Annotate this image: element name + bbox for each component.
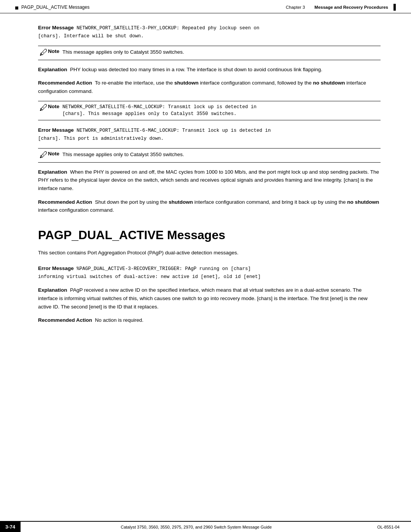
explanation-3-content: PAgP received a new active ID on the spe… [38,287,368,309]
note-inner-3: 🖊 Note This message applies only to Cata… [38,151,184,160]
header-title: Message and Recovery Procedures [314,5,388,10]
error-block-3: Error Message %PAGP_DUAL_ACTIVE-3-RECOVE… [38,265,381,281]
recommended-block-2: Recommended Action Shut down the port by… [38,198,381,214]
recommended-block-3: Recommended Action No action is required… [38,316,381,324]
recommended-2-label: Recommended Action [38,199,92,205]
note-inner-1: 🖊 Note This message applies only to Cata… [38,48,184,58]
error-msg-3-label: Error Message [38,265,74,271]
error-msg-3-text: Error Message %PAGP_DUAL_ACTIVE-3-RECOVE… [38,265,381,281]
header-left-label: PAGP_DUAL_ACTIVE Messages [21,5,89,10]
error-block-2: Error Message NETWORK_PORT_SATELLITE-6-M… [38,126,381,143]
explanation-1-label: Explanation [38,67,67,72]
note-content-3: This message applies only to Catalyst 35… [62,151,184,158]
error-msg-1-text: Error Message NETWORK_PORT_SATELLITE-3-P… [38,24,381,40]
header-bar [393,4,396,11]
header-right: Chapter 3 Message and Recovery Procedure… [286,4,396,11]
explanation-2-text: Explanation When the PHY is powered on a… [38,168,381,193]
footer-doc-id: OL-8551-04 [377,525,400,529]
error-msg-1-label: Error Message [38,25,74,30]
explanation-block-1: Explanation PHY lockup was detected too … [38,66,381,74]
explanation-block-3: Explanation PAgP received a new active I… [38,286,381,311]
note-box-2: 🖊 Note NETWORK_PORT_SATELLITE-6-MAC_LOCK… [38,101,381,121]
note-pencil-icon-3: 🖊 [40,150,48,160]
note-box-3: 🖊 Note This message applies only to Cata… [38,148,381,163]
note-label-1: Note [48,48,59,54]
explanation-3-label: Explanation [38,287,67,293]
header-chapter: Chapter 3 [286,5,305,10]
explanation-2-content: When the PHY is powered on and off, the … [38,169,379,191]
footer-page-number: 3-74 [0,522,21,532]
explanation-2-label: Explanation [38,169,67,175]
header-left: PAGP_DUAL_ACTIVE Messages [15,5,89,10]
error-msg-2-label: Error Message [38,127,74,133]
explanation-3-text: Explanation PAgP received a new active I… [38,286,381,311]
note-pencil-icon-2: 🖊 [40,103,48,113]
header-square-icon [15,6,18,10]
error-msg-2-text: Error Message NETWORK_PORT_SATELLITE-6-M… [38,126,381,143]
note-inner-2: 🖊 Note NETWORK_PORT_SATELLITE-6-MAC_LOCK… [38,104,256,118]
footer-center-text: Catalyst 3750, 3560, 3550, 2975, 2970, a… [21,522,372,532]
note-box-1: 🖊 Note This message applies only to Cata… [38,46,381,60]
explanation-1-text: Explanation PHY lockup was detected too … [38,66,381,74]
explanation-block-2: Explanation When the PHY is powered on a… [38,168,381,193]
main-content: Error Message NETWORK_PORT_SATELLITE-3-P… [0,13,411,360]
footer-right-text: OL-8551-04 [372,522,411,532]
page-footer: 3-74 Catalyst 3750, 3560, 3550, 2975, 29… [0,521,411,532]
recommended-1-label: Recommended Action [38,80,92,86]
recommended-3-label: Recommended Action [38,317,92,323]
note-content-1: This message applies only to Catalyst 35… [62,48,184,56]
recommended-3-text: Recommended Action No action is required… [38,316,381,324]
explanation-1-content: PHY lockup was detected too many times i… [70,67,322,72]
section-heading: PAGP_DUAL_ACTIVE Messages [38,228,381,242]
recommended-3-content: No action is required. [95,317,144,323]
note-pencil-icon-1: 🖊 [40,48,48,58]
note-content-2: NETWORK_PORT_SATELLITE-6-MAC_LOCKUP: Tra… [62,104,256,118]
note-label-2: Note [48,104,59,109]
page-header: PAGP_DUAL_ACTIVE Messages Chapter 3 Mess… [0,0,411,13]
error-block-1: Error Message NETWORK_PORT_SATELLITE-3-P… [38,24,381,40]
note-label-3: Note [48,151,59,157]
recommended-2-text: Recommended Action Shut down the port by… [38,198,381,214]
section-intro: This section contains Port Aggregation P… [38,249,381,257]
recommended-1-text: Recommended Action To re-enable the inte… [38,79,381,95]
recommended-block-1: Recommended Action To re-enable the inte… [38,79,381,95]
header-separator [307,5,312,10]
